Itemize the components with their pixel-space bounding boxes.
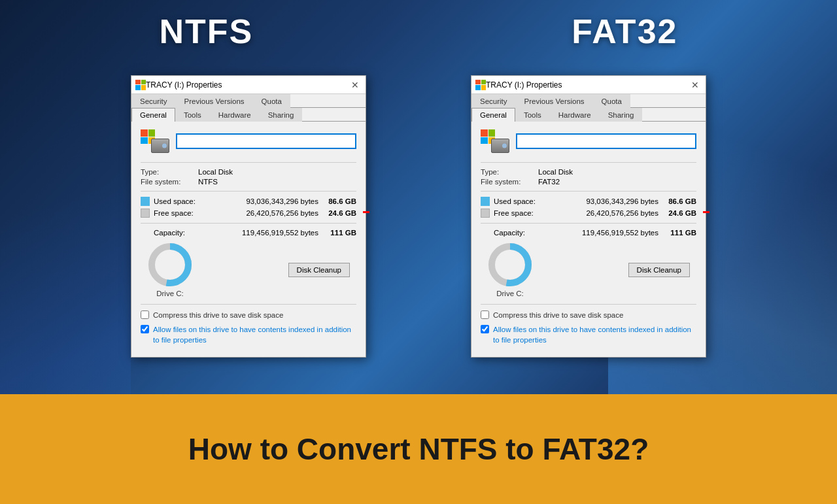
fat32-tab-hardware[interactable]: Hardware (550, 108, 600, 122)
ntfs-chart-wrapper: Drive C: (147, 242, 193, 297)
fat32-tab-general[interactable]: General (471, 108, 515, 122)
ntfs-drive-name-input[interactable] (176, 133, 356, 149)
fat32-used-gb: 86.6 GB (665, 197, 696, 205)
ntfs-tab-general[interactable]: General (131, 108, 175, 122)
fat32-bottom-divider (481, 304, 696, 305)
header-labels: NTFS FAT32 (0, 0, 837, 51)
fat32-used-color-box (481, 197, 490, 206)
fat32-capacity-gb: 111 GB (665, 229, 696, 237)
ntfs-compress-checkbox[interactable] (141, 311, 149, 319)
ntfs-tab-security[interactable]: Security (131, 94, 176, 108)
fat32-space-section: Used space: 93,036,343,296 bytes 86.6 GB… (481, 191, 696, 237)
ntfs-donut-svg (147, 242, 193, 288)
fat32-capacity-row: Capacity: 119,456,919,552 bytes 111 GB (494, 229, 696, 237)
fat32-tab-tools[interactable]: Tools (515, 108, 550, 122)
fat32-index-row: Allow files on this drive to have conten… (481, 324, 696, 345)
ntfs-tabs-row2: General Tools Hardware Sharing (131, 108, 366, 122)
ntfs-window-icon (135, 80, 146, 90)
fat32-compress-checkbox[interactable] (481, 311, 489, 319)
fat32-chart-wrapper: Drive C: (487, 242, 533, 297)
ntfs-type-row: Type: Local Disk (141, 168, 356, 176)
ntfs-free-gb: 24.6 GB (325, 209, 356, 217)
fat32-compress-label: Compress this drive to save disk space (493, 310, 623, 320)
fat32-drive-label: Drive C: (487, 290, 533, 297)
ntfs-index-checkbox[interactable] (141, 325, 149, 333)
fat32-tabs-row2: General Tools Hardware Sharing (471, 108, 706, 122)
fat32-tab-previous-versions[interactable]: Previous Versions (516, 94, 593, 108)
fat32-drive-icon (481, 129, 509, 153)
ntfs-chart-area: Drive C: Disk Cleanup (141, 242, 356, 297)
ntfs-disk-cleanup-button[interactable]: Disk Cleanup (288, 263, 350, 277)
ntfs-title-bar: TRACY (I:) Properties ✕ (131, 76, 366, 94)
ntfs-free-bytes: 26,420,576,256 bytes (202, 209, 325, 217)
ntfs-space-section: Used space: 93,036,343,296 bytes 86.6 GB… (141, 191, 356, 237)
fat32-close-button[interactable]: ✕ (689, 78, 702, 92)
ntfs-divider (141, 223, 356, 224)
ntfs-used-bytes: 93,036,343,296 bytes (202, 197, 325, 205)
fat32-free-gb: 24.6 GB (665, 209, 696, 217)
ntfs-tab-tools[interactable]: Tools (175, 108, 210, 122)
fat32-tab-quota[interactable]: Quota (593, 94, 630, 108)
ntfs-filesystem-row: File system: NTFS (141, 178, 356, 186)
ntfs-filesystem-label: File system: (141, 178, 198, 186)
fat32-disk-cleanup-button[interactable]: Disk Cleanup (628, 263, 690, 277)
fat32-title-bar: TRACY (I:) Properties ✕ (471, 76, 706, 94)
ntfs-tab-hardware[interactable]: Hardware (210, 108, 260, 122)
ntfs-capacity-label: Capacity: (154, 229, 198, 237)
fat32-tab-sharing[interactable]: Sharing (600, 108, 643, 122)
ntfs-free-space-row: Free space: 26,420,576,256 bytes 24.6 GB (141, 209, 356, 218)
ntfs-title-text: TRACY (I:) Properties (146, 80, 349, 90)
fat32-free-color-box (481, 209, 490, 218)
fat32-dialog-content: Type: Local Disk File system: FAT32 Used… (471, 122, 706, 357)
ntfs-tab-quota[interactable]: Quota (253, 94, 290, 108)
ntfs-capacity-gb: 111 GB (325, 229, 356, 237)
bottom-banner: How to Convert NTFS to FAT32? (0, 394, 837, 504)
fat32-tab-security[interactable]: Security (471, 94, 516, 108)
ntfs-dialog: TRACY (I:) Properties ✕ Security Previou… (131, 75, 366, 358)
fat32-drive-name-input[interactable] (516, 133, 696, 149)
fat32-donut-svg (487, 242, 533, 288)
ntfs-label: NTFS (160, 12, 254, 51)
fat32-free-space-row: Free space: 26,420,576,256 bytes 24.6 GB (481, 209, 696, 218)
fat32-donut-chart (487, 242, 533, 288)
fat32-index-checkbox[interactable] (481, 325, 489, 333)
fat32-capacity-bytes: 119,456,919,552 bytes (538, 229, 665, 237)
fat32-dialog: TRACY (I:) Properties ✕ Security Previou… (471, 75, 706, 358)
ntfs-icon-name-row (141, 129, 356, 153)
ntfs-used-space-row: Used space: 93,036,343,296 bytes 86.6 GB (141, 197, 356, 206)
ntfs-donut-chart (147, 242, 193, 288)
ntfs-index-label: Allow files on this drive to have conten… (153, 324, 356, 345)
fat32-type-value: Local Disk (538, 168, 573, 176)
ntfs-tab-previous-versions[interactable]: Previous Versions (176, 94, 253, 108)
ntfs-drive-label: Drive C: (147, 290, 193, 297)
ntfs-used-gb: 86.6 GB (325, 197, 356, 205)
ntfs-compress-label: Compress this drive to save disk space (153, 310, 283, 320)
fat32-type-row: Type: Local Disk (481, 168, 696, 176)
ntfs-bottom-divider (141, 304, 356, 305)
ntfs-filesystem-value: NTFS (198, 178, 218, 186)
fat32-tabs-row1: Security Previous Versions Quota (471, 94, 706, 108)
ntfs-compress-row: Compress this drive to save disk space (141, 310, 356, 320)
fat32-icon-name-row (481, 129, 696, 153)
ntfs-red-indicator (363, 211, 369, 213)
ntfs-close-button[interactable]: ✕ (349, 78, 362, 92)
fat32-filesystem-label: File system: (481, 178, 538, 186)
fat32-label: FAT32 (572, 12, 677, 51)
ntfs-capacity-bytes: 119,456,919,552 bytes (198, 229, 325, 237)
fat32-compress-row: Compress this drive to save disk space (481, 310, 696, 320)
fat32-capacity-label: Capacity: (494, 229, 538, 237)
fat32-type-label: Type: (481, 168, 538, 176)
ntfs-type-label: Type: (141, 168, 198, 176)
ntfs-tab-sharing[interactable]: Sharing (260, 108, 303, 122)
ntfs-free-label: Free space: (154, 209, 202, 217)
ntfs-type-value: Local Disk (198, 168, 233, 176)
fat32-red-indicator (703, 211, 709, 213)
fat32-used-label: Used space: (494, 197, 542, 205)
fat32-title-text: TRACY (I:) Properties (486, 80, 689, 90)
ntfs-used-label: Used space: (154, 197, 202, 205)
fat32-free-bytes: 26,420,576,256 bytes (542, 209, 665, 217)
ntfs-used-color-box (141, 197, 150, 206)
fat32-info-section: Type: Local Disk File system: FAT32 (481, 162, 696, 186)
ntfs-info-section: Type: Local Disk File system: NTFS (141, 162, 356, 186)
fat32-free-label: Free space: (494, 209, 542, 217)
